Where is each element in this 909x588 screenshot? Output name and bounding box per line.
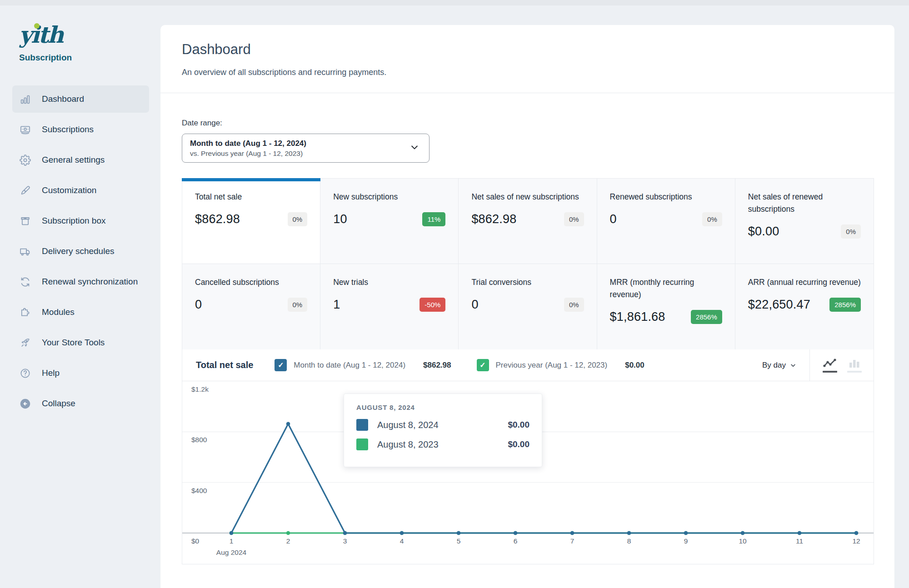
x-axis-tick: 7 — [559, 537, 586, 545]
tooltip-value: $0.00 — [508, 439, 529, 449]
sidebar-item-label: Customization — [42, 185, 96, 195]
stat-card-total-net-sale[interactable]: Total net sale $862.980% — [182, 179, 320, 264]
status-badge: 0% — [841, 224, 861, 239]
sidebar-item-label: General settings — [42, 155, 105, 165]
rocket-icon — [20, 337, 31, 349]
series-toggle-previous[interactable]: ✓ Previous year (Aug 1 - 12, 2023) $0.00 — [477, 359, 644, 371]
page: { "brand": { "logo_text": "yith", "produ… — [0, 0, 909, 588]
stat-card-renewed-subscriptions[interactable]: Renewed subscriptions 00% — [597, 179, 735, 264]
interval-label: By day — [762, 361, 786, 370]
chart-type-toggle — [823, 358, 862, 373]
yith-logo: yith — [19, 24, 63, 46]
divider — [809, 349, 810, 381]
line-chart-icon — [823, 358, 837, 369]
status-badge: 11% — [422, 212, 445, 226]
box-icon — [20, 215, 31, 227]
sidebar-item-subscriptions[interactable]: Subscriptions — [12, 116, 149, 143]
series-color-swatch — [356, 439, 368, 450]
stat-card-new-subscriptions[interactable]: New subscriptions 1011% — [320, 179, 459, 264]
sidebar-item-renewal-synchronization[interactable]: Renewal synchronization — [12, 268, 149, 295]
series-value: $862.98 — [423, 361, 451, 370]
stat-label: MRR (monthly recurring revenue) — [610, 276, 722, 301]
sidebar-item-help[interactable]: Help — [12, 359, 149, 387]
x-axis-tick: 11 — [786, 537, 813, 545]
tooltip-label: August 8, 2023 — [377, 439, 439, 450]
sidebar-item-subscription-box[interactable]: Subscription box — [12, 207, 149, 234]
interval-select[interactable]: By day — [762, 361, 797, 370]
x-axis-tick: 4 — [388, 537, 415, 545]
stat-label: New trials — [333, 276, 445, 289]
main-content: Dashboard An overview of all subscriptio… — [160, 25, 894, 588]
stat-value: 10 — [333, 212, 347, 226]
chart-tooltip: AUGUST 8, 2024 August 8, 2024 $0.00 Augu… — [344, 394, 542, 467]
sidebar-item-dashboard[interactable]: Dashboard — [12, 85, 149, 113]
stat-card-net-sales-new[interactable]: Net sales of new subscriptions $862.980% — [459, 179, 597, 264]
brand-logo: yith Subscription — [12, 24, 149, 63]
puzzle-icon — [20, 307, 31, 318]
x-axis-tick: 5 — [445, 537, 472, 545]
sidebar-item-customization[interactable]: Customization — [12, 177, 149, 204]
sidebar-item-label: Help — [42, 368, 60, 378]
checkbox-checked-icon[interactable]: ✓ — [477, 359, 489, 371]
truck-icon — [20, 246, 31, 257]
x-axis-annotation: Aug 2024 — [211, 548, 252, 557]
status-badge: 0% — [564, 298, 584, 312]
series-value: $0.00 — [625, 361, 644, 370]
sidebar-item-modules[interactable]: Modules — [12, 299, 149, 326]
sidebar-item-label: Subscription box — [42, 216, 105, 226]
stat-card-arr[interactable]: ARR (annual recurring revenue) $22,650.4… — [735, 264, 874, 349]
chevron-down-icon — [789, 362, 797, 369]
collapse-circle-icon — [20, 398, 31, 409]
stat-card-net-sales-renewed[interactable]: Net sales of renewed subscriptions $0.00… — [735, 179, 874, 264]
stat-card-trial-conversions[interactable]: Trial conversions 00% — [459, 264, 597, 349]
x-axis-tick: 6 — [502, 537, 529, 545]
sidebar-item-general-settings[interactable]: General settings — [12, 146, 149, 174]
stats-grid: Total net sale $862.980% New subscriptio… — [182, 179, 874, 349]
page-subtitle: An overview of all subscriptions and rec… — [182, 68, 874, 77]
line-chart-button[interactable] — [823, 358, 837, 373]
sidebar-item-label: Your Store Tools — [42, 338, 105, 348]
sync-icon — [20, 276, 31, 288]
status-badge: -50% — [420, 298, 445, 312]
stat-label: Net sales of renewed subscriptions — [748, 191, 861, 215]
series-toggle-current[interactable]: ✓ Month to date (Aug 1 - 12, 2024) $862.… — [275, 359, 451, 371]
sidebar: yith Subscription Dashboard Subscription… — [0, 5, 161, 588]
inactive-underline — [847, 371, 862, 373]
stat-value: $0.00 — [748, 224, 779, 239]
stat-value: 1 — [333, 298, 340, 312]
header-divider — [160, 93, 894, 93]
date-range-select[interactable]: Month to date (Aug 1 - 12, 2024) vs. Pre… — [182, 134, 430, 163]
tooltip-value: $0.00 — [508, 420, 529, 430]
status-badge: 0% — [564, 212, 584, 226]
date-range-text: Month to date (Aug 1 - 12, 2024) vs. Pre… — [190, 139, 410, 158]
stat-card-new-trials[interactable]: New trials 1-50% — [320, 264, 459, 349]
bar-chart-button[interactable] — [847, 358, 862, 373]
stat-card-cancelled-subscriptions[interactable]: Cancelled subscriptions 00% — [182, 264, 320, 349]
sidebar-item-your-store-tools[interactable]: Your Store Tools — [12, 329, 149, 356]
series-label: Month to date (Aug 1 - 12, 2024) — [294, 361, 405, 370]
top-strip — [0, 0, 909, 5]
bar-chart-icon — [849, 358, 860, 369]
stat-label: Cancelled subscriptions — [195, 276, 307, 289]
bar-chart-icon — [20, 94, 31, 105]
tooltip-heading: AUGUST 8, 2024 — [356, 404, 529, 411]
x-axis-tick: 10 — [729, 537, 756, 545]
x-axis-tick: 8 — [615, 537, 643, 545]
product-name: Subscription — [19, 53, 149, 63]
series-label: Previous year (Aug 1 - 12, 2023) — [496, 361, 608, 370]
sidebar-item-collapse[interactable]: Collapse — [12, 390, 149, 417]
chart-header: Total net sale ✓ Month to date (Aug 1 - … — [182, 349, 874, 381]
sidebar-item-label: Delivery schedules — [42, 246, 114, 256]
stat-value: 0 — [195, 298, 202, 312]
stat-label: New subscriptions — [333, 191, 445, 203]
stat-label: ARR (annual recurring revenue) — [748, 276, 861, 289]
sidebar-item-delivery-schedules[interactable]: Delivery schedules — [12, 238, 149, 265]
x-axis-tick: 12 — [843, 537, 870, 545]
stat-label: Trial conversions — [471, 276, 584, 289]
gear-icon — [20, 154, 31, 166]
checkbox-checked-icon[interactable]: ✓ — [275, 359, 287, 371]
stat-value: 0 — [471, 298, 478, 312]
sidebar-item-label: Modules — [42, 307, 75, 317]
y-axis-tick: $1.2k — [191, 385, 223, 394]
stat-card-mrr[interactable]: MRR (monthly recurring revenue) $1,861.6… — [597, 264, 735, 349]
